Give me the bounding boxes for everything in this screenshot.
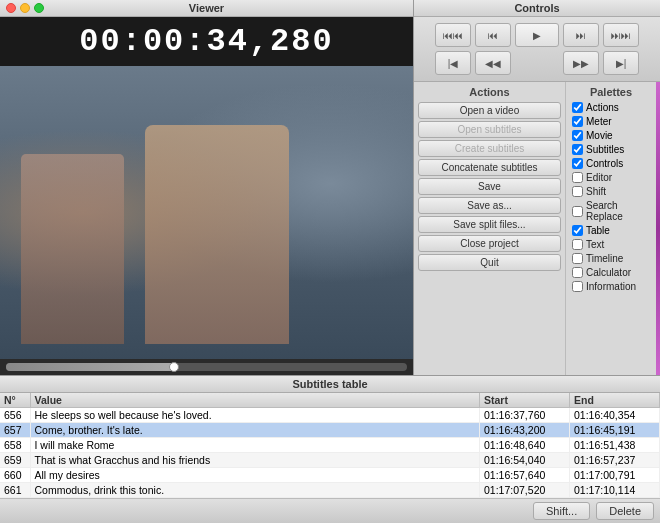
skip-back-button[interactable]: ⏮ [475, 23, 511, 47]
palette-editor-label: Editor [586, 172, 612, 183]
subtitles-table[interactable]: N° Value Start End 656 He sleeps so well… [0, 393, 660, 498]
palette-search-replace-label: Search Replace [586, 200, 650, 222]
timer-value: 00:00:34,280 [79, 23, 333, 60]
viewer-title: Viewer [189, 2, 224, 14]
palette-movie[interactable]: Movie [570, 129, 652, 142]
table-row[interactable]: 659 That is what Gracchus and his friend… [0, 453, 660, 468]
palette-meter-checkbox[interactable] [572, 116, 583, 127]
cell-value: Come, brother. It's late. [30, 423, 480, 438]
table-row[interactable]: 657 Come, brother. It's late. 01:16:43,2… [0, 423, 660, 438]
palette-information-label: Information [586, 281, 636, 292]
cell-n: 656 [0, 408, 30, 423]
palette-table[interactable]: Table [570, 224, 652, 237]
window-controls [6, 3, 44, 13]
palette-shift[interactable]: Shift [570, 185, 652, 198]
open-video-button[interactable]: Open a video [418, 102, 561, 119]
cell-end: 01:17:10,114 [570, 483, 660, 498]
palette-information-checkbox[interactable] [572, 281, 583, 292]
save-as-button[interactable]: Save as... [418, 197, 561, 214]
transport-row-1: ⏮⏮ ⏮ ▶ ⏭ ⏭⏭ [420, 23, 654, 47]
palette-meter-label: Meter [586, 116, 612, 127]
palette-timeline[interactable]: Timeline [570, 252, 652, 265]
rewind-button[interactable]: ◀◀ [475, 51, 511, 75]
progress-bar-track[interactable] [6, 363, 407, 371]
table-row[interactable]: 660 All my desires 01:16:57,640 01:17:00… [0, 468, 660, 483]
cell-end: 01:16:57,237 [570, 453, 660, 468]
palette-calculator-checkbox[interactable] [572, 267, 583, 278]
controls-title: Controls [514, 2, 559, 14]
palette-actions-label: Actions [586, 102, 619, 113]
shift-button[interactable]: Shift... [533, 502, 590, 520]
skip-forward-button[interactable]: ⏭ [563, 23, 599, 47]
palette-editor[interactable]: Editor [570, 171, 652, 184]
fast-forward-end-button[interactable]: ▶| [603, 51, 639, 75]
save-button[interactable]: Save [418, 178, 561, 195]
progress-bar-fill [6, 363, 174, 371]
col-header-n: N° [0, 393, 30, 408]
cell-value: That is what Gracchus and his friends [30, 453, 480, 468]
cell-value: He sleeps so well because he's loved. [30, 408, 480, 423]
video-scene [0, 66, 413, 359]
create-subtitles-button[interactable]: Create subtitles [418, 140, 561, 157]
palette-timeline-label: Timeline [586, 253, 623, 264]
palette-subtitles[interactable]: Subtitles [570, 143, 652, 156]
palette-actions-checkbox[interactable] [572, 102, 583, 113]
cell-end: 01:16:51,438 [570, 438, 660, 453]
palette-subtitles-checkbox[interactable] [572, 144, 583, 155]
palette-movie-checkbox[interactable] [572, 130, 583, 141]
close-project-button[interactable]: Close project [418, 235, 561, 252]
delete-button[interactable]: Delete [596, 502, 654, 520]
palette-search-replace[interactable]: Search Replace [570, 199, 652, 223]
transport-row-2: |◀ ◀◀ ▶▶ ▶| [420, 51, 654, 75]
skip-to-very-end-button[interactable]: ⏭⏭ [603, 23, 639, 47]
table-row[interactable]: 658 I will make Rome 01:16:48,640 01:16:… [0, 438, 660, 453]
palette-controls-checkbox[interactable] [572, 158, 583, 169]
palette-shift-label: Shift [586, 186, 606, 197]
palette-timeline-checkbox[interactable] [572, 253, 583, 264]
cell-n: 659 [0, 453, 30, 468]
minimize-dot[interactable] [20, 3, 30, 13]
actions-label: Actions [418, 86, 561, 98]
cell-end: 01:17:00,791 [570, 468, 660, 483]
zoom-dot[interactable] [34, 3, 44, 13]
save-split-files-button[interactable]: Save split files... [418, 216, 561, 233]
palettes-section: Palettes Actions Meter Movie [566, 82, 656, 375]
video-area[interactable] [0, 66, 413, 359]
palette-search-replace-checkbox[interactable] [572, 206, 583, 217]
quit-button[interactable]: Quit [418, 254, 561, 271]
palettes-label: Palettes [570, 86, 652, 98]
palette-text-checkbox[interactable] [572, 239, 583, 250]
palette-editor-checkbox[interactable] [572, 172, 583, 183]
table-row[interactable]: 661 Commodus, drink this tonic. 01:17:07… [0, 483, 660, 498]
subtitles-footer: Shift... Delete [0, 498, 660, 523]
palette-calculator-label: Calculator [586, 267, 631, 278]
palette-controls-label: Controls [586, 158, 623, 169]
cell-start: 01:16:37,760 [480, 408, 570, 423]
cell-value: All my desires [30, 468, 480, 483]
palette-calculator[interactable]: Calculator [570, 266, 652, 279]
palette-meter[interactable]: Meter [570, 115, 652, 128]
palette-shift-checkbox[interactable] [572, 186, 583, 197]
close-dot[interactable] [6, 3, 16, 13]
palette-information[interactable]: Information [570, 280, 652, 293]
progress-thumb[interactable] [169, 362, 179, 372]
palette-table-checkbox[interactable] [572, 225, 583, 236]
palette-controls[interactable]: Controls [570, 157, 652, 170]
cell-n: 660 [0, 468, 30, 483]
concatenate-subtitles-button[interactable]: Concatenate subtitles [418, 159, 561, 176]
palette-table-label: Table [586, 225, 610, 236]
skip-to-very-start-button[interactable]: ⏮⏮ [435, 23, 471, 47]
fast-forward-button[interactable]: ▶▶ [563, 51, 599, 75]
transport-section: ⏮⏮ ⏮ ▶ ⏭ ⏭⏭ |◀ ◀◀ ▶▶ ▶| [414, 17, 660, 82]
col-header-start: Start [480, 393, 570, 408]
rewind-start-button[interactable]: |◀ [435, 51, 471, 75]
open-subtitles-button[interactable]: Open subtitles [418, 121, 561, 138]
cell-start: 01:16:54,040 [480, 453, 570, 468]
table-row[interactable]: 656 He sleeps so well because he's loved… [0, 408, 660, 423]
palette-actions[interactable]: Actions [570, 101, 652, 114]
play-button[interactable]: ▶ [515, 23, 559, 47]
cell-start: 01:17:07,520 [480, 483, 570, 498]
timer-display: 00:00:34,280 [0, 17, 413, 66]
cell-start: 01:16:43,200 [480, 423, 570, 438]
palette-text[interactable]: Text [570, 238, 652, 251]
